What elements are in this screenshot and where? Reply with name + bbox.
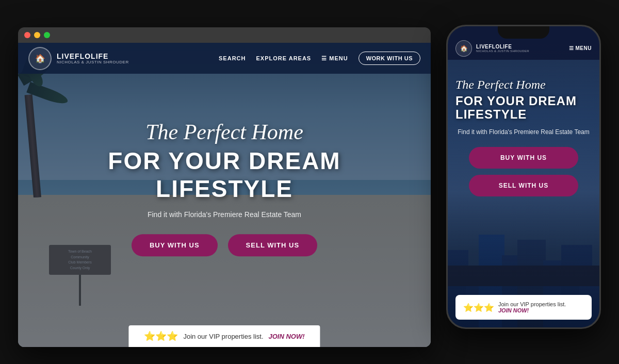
desktop-vip-banner: ⭐⭐⭐ Join our VIP properties list. JOIN N… xyxy=(128,325,320,347)
desktop-mockup: Town of BeachCommunityClub MembersCounty… xyxy=(18,27,431,347)
desktop-hero-script: The Perfect Home xyxy=(39,120,410,144)
mobile-logo-icon: 🏠 xyxy=(455,40,472,57)
mobile-vip-link[interactable]: JOIN NOW! xyxy=(498,307,566,313)
desktop-hero-bold: FOR YOUR DREAM LIFESTYLE xyxy=(39,147,410,203)
nav-menu-link[interactable]: ☰ MENU xyxy=(321,55,348,62)
mobile-vip-text: Join our VIP properties list. xyxy=(498,301,566,307)
mobile-brand-name: LIVEFLOLIFE xyxy=(476,44,529,49)
browser-content: Town of BeachCommunityClub MembersCounty… xyxy=(18,43,431,347)
mobile-hero-section: The Perfect Home FOR YOUR DREAM LIFESTYL… xyxy=(448,68,599,213)
home-icon: 🏠 xyxy=(35,54,45,63)
desktop-hero-buttons: BUY WITH US SELL WITH US xyxy=(39,234,410,256)
nav-explore-link[interactable]: EXPLORE AREAS xyxy=(256,55,311,61)
mobile-brand-sub: NICHOLAS & JUSTIN SHROUDER xyxy=(476,49,529,53)
mobile-screen: 🏠 LIVEFLOLIFE NICHOLAS & JUSTIN SHROUDER… xyxy=(448,26,599,327)
mobile-menu-button[interactable]: ☰ MENU xyxy=(569,45,592,51)
mobile-vip-text-area: Join our VIP properties list. JOIN NOW! xyxy=(498,301,566,313)
mobile-logo-area: 🏠 LIVEFLOLIFE NICHOLAS & JUSTIN SHROUDER xyxy=(455,40,529,57)
desktop-vip-stars: ⭐⭐⭐ xyxy=(144,330,178,342)
maximize-dot[interactable] xyxy=(44,32,50,38)
mobile-hero-bold: FOR YOUR DREAM LIFESTYLE xyxy=(455,94,592,122)
mobile-hero-subtitle: Find it with Florida's Premiere Real Est… xyxy=(455,128,592,137)
desktop-sell-button[interactable]: SELL WITH US xyxy=(228,234,317,256)
desktop-logo-area: 🏠 LIVEFLOLIFE NICHOLAS & JUSTIN SHROUDER xyxy=(28,47,129,70)
minimize-dot[interactable] xyxy=(34,32,40,38)
desktop-brand-sub: NICHOLAS & JUSTIN SHROUDER xyxy=(57,60,129,64)
close-dot[interactable] xyxy=(24,32,30,38)
mobile-home-icon: 🏠 xyxy=(460,45,468,52)
desktop-nav-links: SEARCH EXPLORE AREAS ☰ MENU WORK WITH US xyxy=(219,52,420,65)
desktop-logo-icon: 🏠 xyxy=(28,47,52,70)
mobile-vip-banner: ⭐⭐⭐ Join our VIP properties list. JOIN N… xyxy=(455,295,592,320)
desktop-vip-text: Join our VIP properties list. xyxy=(183,333,263,340)
nav-search-link[interactable]: SEARCH xyxy=(219,55,246,61)
desktop-hero-subtitle: Find it with Florida's Premiere Real Est… xyxy=(39,210,410,219)
desktop-navbar: 🏠 LIVEFLOLIFE NICHOLAS & JUSTIN SHROUDER… xyxy=(18,43,431,74)
mobile-notch xyxy=(498,26,549,39)
desktop-logo-text: LIVEFLOLIFE NICHOLAS & JUSTIN SHROUDER xyxy=(57,53,129,64)
scene: Town of BeachCommunityClub MembersCounty… xyxy=(0,0,619,364)
mobile-sell-button[interactable]: SELL WITH US xyxy=(469,175,578,196)
desktop-vip-link[interactable]: JOIN NOW! xyxy=(269,333,305,340)
desktop-brand-name: LIVEFLOLIFE xyxy=(57,53,129,60)
mobile-mockup: 🏠 LIVEFLOLIFE NICHOLAS & JUSTIN SHROUDER… xyxy=(446,25,601,329)
mobile-hero-script: The Perfect Home xyxy=(455,78,592,92)
mobile-buy-button[interactable]: BUY WITH US xyxy=(469,147,578,169)
desktop-buy-button[interactable]: BUY WITH US xyxy=(132,234,218,256)
mobile-vip-stars: ⭐⭐⭐ xyxy=(463,303,494,312)
desktop-titlebar xyxy=(18,27,431,43)
desktop-hero-section: The Perfect Home FOR YOUR DREAM LIFESTYL… xyxy=(39,120,410,256)
mobile-logo-text: LIVEFLOLIFE NICHOLAS & JUSTIN SHROUDER xyxy=(476,44,529,53)
nav-work-with-us-button[interactable]: WORK WITH US xyxy=(359,52,420,65)
